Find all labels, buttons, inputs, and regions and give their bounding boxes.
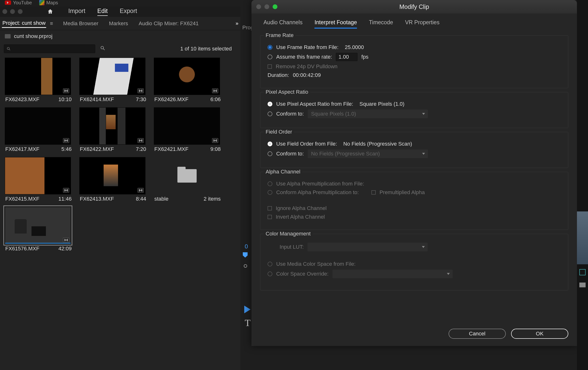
timecode-partial[interactable]: 0: [245, 243, 248, 250]
input-assume-frame-rate[interactable]: 1.00: [336, 53, 357, 61]
label-color-override: Color Space Override:: [276, 271, 329, 277]
safe-margins-icon[interactable]: [579, 269, 586, 275]
panel-menu-icon[interactable]: ≡: [50, 21, 53, 27]
select-field-conform[interactable]: No Fields (Progressive Scan): [308, 149, 428, 158]
label-alpha-file: Use Alpha Premultiplication from File:: [276, 181, 364, 187]
tab-vr-properties[interactable]: VR Properties: [405, 19, 440, 29]
tab-interpret-footage[interactable]: Interpret Footage: [315, 19, 357, 29]
label-field-conform: Conform to:: [276, 151, 304, 157]
clip-thumbnail[interactable]: [79, 157, 146, 194]
panel-tab-media-browser[interactable]: Media Browser: [63, 20, 99, 28]
bin-folder[interactable]: stable2 items: [154, 157, 221, 202]
clip-item[interactable]: FX62423.MXF10:10: [5, 58, 72, 103]
browser-bookmarks-bar: YouTube Maps: [0, 0, 58, 5]
keyframe-marker-icon[interactable]: [244, 264, 247, 268]
radio-color-override: [268, 271, 272, 276]
radio-use-frame-rate-file[interactable]: [268, 45, 272, 50]
clip-item[interactable]: FX62422.MXF7:20: [79, 107, 147, 152]
clip-duration: 10:10: [58, 96, 72, 103]
minimize-icon[interactable]: [10, 9, 15, 14]
label-use-field-file: Use Field Order from File:: [276, 141, 337, 147]
label-color-file: Use Media Color Space from File:: [276, 261, 356, 267]
panel-overflow-button[interactable]: »: [236, 21, 239, 27]
checkbox-remove-pulldown: [268, 64, 272, 69]
export-frame-icon[interactable]: [579, 283, 586, 287]
clip-thumbnail[interactable]: [154, 58, 220, 95]
panel-tab-audio-mixer[interactable]: Audio Clip Mixer: FX6241: [138, 20, 199, 28]
tab-edit[interactable]: Edit: [97, 8, 108, 16]
select-par-conform[interactable]: Square Pixels (1.0): [308, 110, 428, 118]
chevron-down-icon: [447, 273, 450, 275]
alpha-channel-group: Alpha Channel Use Alpha Premultiplicatio…: [260, 172, 568, 230]
color-legend: Color Management: [264, 231, 313, 237]
checkbox-premultiplied: [371, 190, 376, 195]
project-icon: [5, 34, 10, 39]
checkbox-ignore-alpha: [268, 206, 272, 210]
clip-thumbnail[interactable]: [79, 107, 146, 145]
folder-name: stable: [154, 196, 168, 202]
clip-name: FX62423.MXF: [5, 96, 39, 103]
type-tool-icon[interactable]: T: [245, 317, 251, 329]
panel-tab-markers[interactable]: Markers: [108, 20, 128, 28]
value-duration: 00:00:42:09: [293, 72, 321, 78]
clip-duration: 7:30: [136, 96, 146, 103]
find-button[interactable]: [100, 45, 105, 52]
clip-duration: 9:08: [210, 146, 221, 152]
home-button[interactable]: [47, 8, 54, 15]
clip-item[interactable]: FX62417.MXF5:46: [5, 107, 72, 152]
cancel-button[interactable]: Cancel: [449, 329, 506, 339]
radio-par-conform[interactable]: [268, 112, 272, 116]
value-field-file: No Fields (Progressive Scan): [343, 141, 412, 147]
svg-line-3: [103, 49, 105, 50]
video-badge-icon: [212, 138, 218, 143]
clip-thumbnail[interactable]: [79, 58, 146, 95]
radio-use-field-file[interactable]: [268, 142, 272, 146]
clip-thumbnail[interactable]: [5, 157, 71, 194]
clip-name: FX61576.MXF: [5, 246, 39, 252]
radio-assume-frame-rate[interactable]: [268, 54, 272, 59]
clip-item[interactable]: FX62421.MXF9:08: [154, 107, 221, 152]
close-icon[interactable]: [2, 9, 7, 14]
clip-item[interactable]: FX62413.MXF8:44: [79, 157, 147, 202]
folder-icon: [154, 157, 220, 194]
monitor-thumb-partial: [577, 211, 588, 264]
tab-import[interactable]: Import: [68, 8, 85, 16]
search-input[interactable]: [4, 44, 95, 53]
video-badge-icon: [63, 88, 69, 93]
clip-name: FX62413.MXF: [80, 196, 114, 202]
label-use-par-file: Use Pixel Aspect Ratio from File:: [276, 101, 353, 107]
clip-thumbnail[interactable]: [5, 207, 71, 244]
video-badge-icon: [63, 188, 69, 193]
tab-timecode[interactable]: Timecode: [369, 19, 393, 29]
play-icon[interactable]: [244, 306, 251, 313]
tab-audio-channels[interactable]: Audio Channels: [263, 19, 302, 29]
window-controls[interactable]: [2, 9, 23, 14]
clip-thumbnail[interactable]: [5, 58, 71, 95]
clip-item[interactable]: FX61576.MXF42:09: [5, 207, 72, 252]
label-fps: fps: [361, 54, 368, 60]
selection-count: 1 of 10 items selected: [180, 46, 237, 52]
panel-tab-project[interactable]: Project: cunt show: [2, 19, 46, 28]
ok-button[interactable]: OK: [511, 329, 568, 339]
clip-item[interactable]: FX62415.MXF11:46: [5, 157, 72, 202]
label-duration: Duration:: [268, 72, 289, 78]
bookmark-maps[interactable]: Maps: [39, 0, 58, 5]
clip-thumbnail[interactable]: [154, 107, 220, 145]
maximize-icon[interactable]: [18, 9, 23, 14]
radio-field-conform[interactable]: [268, 151, 272, 156]
clip-item[interactable]: FX62426.MXF6:06: [154, 58, 221, 103]
bookmark-youtube[interactable]: YouTube: [5, 0, 32, 5]
label-use-frame-rate-file: Use Frame Rate from File:: [276, 44, 338, 51]
modify-clip-dialog: Modify Clip Audio Channels Interpret Foo…: [252, 0, 577, 346]
video-badge-icon: [137, 88, 144, 93]
radio-color-file: [268, 262, 272, 267]
project-file-name: cunt show.prproj: [14, 33, 52, 39]
playhead-marker-icon[interactable]: [243, 252, 248, 257]
tab-export[interactable]: Export: [120, 8, 137, 16]
video-badge-icon: [137, 138, 144, 143]
radio-alpha-file: [268, 181, 272, 186]
clip-thumbnail[interactable]: [5, 107, 71, 145]
clip-item[interactable]: FX62414.MXF7:30: [79, 58, 147, 103]
svg-point-2: [101, 46, 104, 49]
radio-use-par-file[interactable]: [268, 102, 272, 106]
